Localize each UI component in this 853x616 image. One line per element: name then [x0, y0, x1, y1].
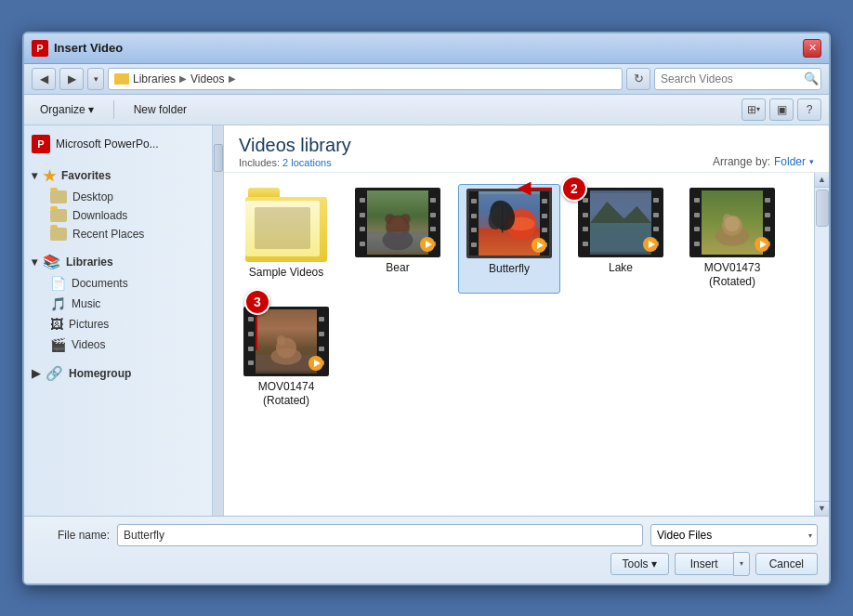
- sidebar-item-recent-places[interactable]: Recent Places: [24, 225, 223, 243]
- main-area: P Microsoft PowerPo... ▾ ★ Favorites Des…: [24, 125, 829, 516]
- sidebar-homegroup-header[interactable]: ▶ 🔗 Homegroup: [24, 362, 223, 385]
- music-label: Music: [72, 297, 100, 310]
- organize-button[interactable]: Organize ▾: [32, 99, 102, 120]
- file-label-mov01474: MOV01474(Rotated): [258, 380, 315, 409]
- nav-dropdown-button[interactable]: ▾: [87, 68, 104, 90]
- downloads-folder-icon: [50, 209, 67, 222]
- insert-dropdown-button[interactable]: ▾: [733, 552, 750, 576]
- nav-bar: ◀ ▶ ▾ Libraries ▶ Videos ▶ ↻ 🔍: [24, 64, 829, 95]
- tools-button[interactable]: Tools ▾: [610, 553, 669, 575]
- search-box: 🔍: [654, 68, 821, 90]
- filetype-select[interactable]: Video Files: [650, 524, 818, 546]
- bear-thumbnail: [355, 188, 440, 257]
- insert-video-dialog: P Insert Video ✕ ◀ ▶ ▾ Libraries ▶ Video…: [22, 32, 831, 585]
- file-label-bear: Bear: [386, 261, 409, 276]
- sidebar-scrollbar: [212, 125, 223, 516]
- documents-icon: 📄: [50, 276, 66, 291]
- sidebar-libraries-header[interactable]: ▾ 📚 Libraries: [24, 251, 223, 273]
- help-button[interactable]: ?: [797, 98, 821, 121]
- butterfly-film-left: [469, 191, 479, 256]
- lake-play-badge: [643, 237, 658, 252]
- sidebar-item-videos[interactable]: 🎬 Videos: [24, 334, 223, 355]
- filename-input[interactable]: [117, 524, 643, 546]
- forward-button[interactable]: ▶: [59, 68, 84, 90]
- bottom-buttons-row: Tools ▾ Insert ▾ Cancel: [35, 552, 818, 576]
- file-item-butterfly[interactable]: Butterfly 2: [458, 184, 560, 294]
- file-label-butterfly: Butterfly: [489, 262, 530, 277]
- bottom-area: File name: Video Files ▾ Tools ▾ Insert …: [24, 516, 829, 583]
- file-item-mov01474[interactable]: MOV01474(Rotated) 3: [235, 303, 337, 413]
- bear-play-badge: [420, 237, 435, 252]
- callout-2: 2: [561, 176, 587, 202]
- homegroup-expand-icon: ▶: [32, 367, 40, 380]
- back-button[interactable]: ◀: [32, 68, 56, 90]
- sidebar-item-pictures[interactable]: 🖼 Pictures: [24, 314, 223, 334]
- scroll-thumb[interactable]: [816, 190, 829, 227]
- libraries-label: Libraries: [66, 256, 113, 269]
- library-locations-link[interactable]: 2 locations: [282, 157, 332, 168]
- filename-label: File name:: [35, 529, 110, 542]
- view-toggle-button[interactable]: ⊞ ▾: [741, 98, 766, 121]
- star-icon: ★: [43, 167, 56, 185]
- breadcrumb[interactable]: Libraries ▶ Videos ▶: [108, 68, 623, 90]
- pictures-label: Pictures: [69, 318, 109, 331]
- homegroup-icon: 🔗: [46, 365, 63, 382]
- file-item-mov01473[interactable]: MOV01473(Rotated): [681, 184, 783, 294]
- sidebar-item-desktop[interactable]: Desktop: [24, 188, 223, 206]
- tools-dropdown-icon: ▾: [651, 557, 657, 570]
- sidebar-scroll-thumb[interactable]: [214, 144, 223, 172]
- close-button[interactable]: ✕: [803, 39, 821, 58]
- ms-powerpoint-icon: P: [32, 135, 50, 153]
- cancel-label: Cancel: [769, 557, 804, 570]
- recent-places-folder-icon: [50, 228, 67, 241]
- folder-contents: [255, 207, 310, 249]
- new-folder-button[interactable]: New folder: [125, 99, 195, 120]
- music-icon: 🎵: [50, 296, 66, 311]
- arrange-by-value[interactable]: Folder: [774, 155, 806, 168]
- title-bar: P Insert Video ✕: [24, 33, 829, 64]
- search-icon: 🔍: [804, 72, 819, 85]
- svg-point-19: [725, 216, 741, 231]
- view-icon: ⊞: [747, 103, 756, 116]
- dialog-title: Insert Video: [54, 41, 123, 55]
- file-item-sample-videos[interactable]: Sample Videos: [235, 184, 337, 294]
- sidebar-homegroup-section: ▶ 🔗 Homegroup: [24, 362, 223, 385]
- breadcrumb-libraries: Libraries: [133, 72, 176, 85]
- callout-3-container: 3: [244, 289, 270, 315]
- insert-button[interactable]: Insert: [675, 553, 733, 575]
- scroll-track: [815, 188, 829, 501]
- scroll-up-button[interactable]: ▲: [815, 173, 830, 188]
- library-subtitle: Includes: 2 locations: [239, 157, 351, 168]
- sidebar-favorites-header[interactable]: ▾ ★ Favorites: [24, 164, 223, 188]
- folder-body: [245, 197, 327, 262]
- library-title: Videos library: [239, 135, 351, 156]
- recent-places-label: Recent Places: [72, 228, 144, 241]
- favorites-label: Favorites: [61, 169, 111, 182]
- right-scrollbar: ▲ ▼: [814, 173, 829, 516]
- library-info: Videos library Includes: 2 locations: [239, 135, 351, 168]
- preview-pane-button[interactable]: ▣: [769, 98, 794, 121]
- breadcrumb-videos: Videos: [190, 72, 224, 85]
- scroll-down-button[interactable]: ▼: [815, 501, 830, 516]
- libraries-icon: 📚: [43, 254, 60, 270]
- search-input[interactable]: [661, 72, 800, 85]
- sidebar-item-music[interactable]: 🎵 Music: [24, 294, 223, 314]
- insert-label: Insert: [690, 557, 718, 570]
- toolbar-separator: [113, 100, 114, 119]
- sidebar-item-downloads[interactable]: Downloads: [24, 206, 223, 225]
- sidebar-item-documents[interactable]: 📄 Documents: [24, 273, 223, 294]
- desktop-label: Desktop: [72, 190, 113, 203]
- refresh-button[interactable]: ↻: [626, 68, 650, 90]
- insert-dropdown-icon: ▾: [740, 559, 743, 568]
- mov01473-film-left: [692, 190, 702, 255]
- file-item-bear[interactable]: Bear: [347, 184, 449, 294]
- callout-2-arrow: [524, 179, 561, 198]
- cancel-button[interactable]: Cancel: [755, 553, 818, 575]
- bear-film-left: [358, 190, 367, 255]
- content-area: Videos library Includes: 2 locations Arr…: [224, 125, 829, 516]
- butterfly-play-badge: [531, 238, 546, 253]
- videos-icon: 🎬: [50, 337, 66, 352]
- sidebar: P Microsoft PowerPo... ▾ ★ Favorites Des…: [24, 125, 224, 516]
- sidebar-item-powerpoint[interactable]: P Microsoft PowerPo...: [24, 131, 223, 157]
- toolbar-right: ⊞ ▾ ▣ ?: [741, 98, 821, 121]
